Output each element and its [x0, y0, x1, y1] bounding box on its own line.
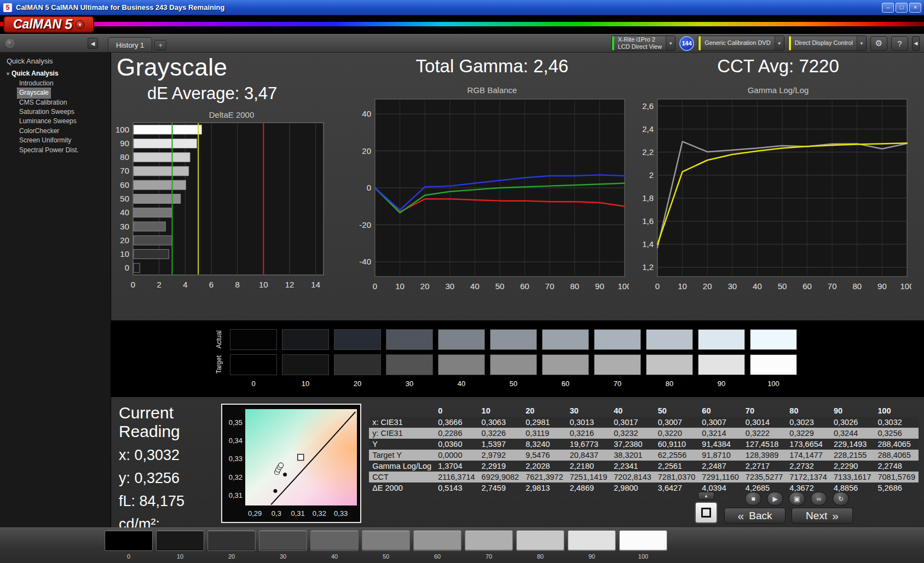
table-row-cct: CCT2116,37146929,90827621,39727251,14197… — [369, 472, 919, 482]
play-button[interactable]: ▶ — [767, 492, 783, 505]
tree-root-label: Quick Analysis — [11, 70, 59, 77]
svg-text:80: 80 — [570, 282, 579, 291]
pattern-swatch-button[interactable] — [310, 530, 359, 551]
sidebar-item-colorchecker[interactable]: ColorChecker — [18, 127, 61, 136]
close-button[interactable]: × — [909, 3, 921, 13]
calman-logo[interactable]: CalMAN 5 ▾ — [3, 16, 94, 33]
stop-button[interactable]: ■ — [745, 492, 761, 505]
source-selector[interactable]: Generic Calibration DVD ▼ — [698, 36, 784, 51]
svg-text:30: 30 — [445, 282, 454, 291]
repeat-button[interactable]: ↻ — [833, 492, 849, 505]
pattern-swatch-button[interactable] — [105, 530, 153, 551]
tree-collapse-icon[interactable]: ▾ — [7, 71, 9, 77]
sidebar-tree-root[interactable]: ▾Quick Analysis — [7, 70, 106, 77]
band-level-label: 90 — [698, 380, 745, 388]
pattern-swatch-button[interactable] — [516, 530, 564, 551]
band-level-label: 0 — [230, 380, 277, 388]
svg-text:1,8: 1,8 — [642, 193, 654, 203]
pattern-swatch-60[interactable]: 60 — [413, 530, 461, 560]
pattern-swatch-button[interactable] — [568, 530, 616, 551]
sidebar-item-screen-uniformity[interactable]: Screen Uniformity — [18, 136, 73, 145]
svg-text:2: 2 — [649, 170, 654, 180]
pattern-swatch-100[interactable]: 100 — [619, 530, 667, 560]
right-panel-collapse-button[interactable]: ◀ — [912, 36, 920, 51]
pattern-swatch-20[interactable]: 20 — [207, 530, 256, 560]
pattern-swatch-button[interactable] — [156, 530, 204, 551]
deltae-chart-title: DeltaE 2000 — [112, 110, 351, 119]
maximize-button[interactable]: □ — [896, 3, 908, 13]
table-row-gamma-log-log: Gamma Log/Log1,37042,29192,20282,21802,2… — [369, 461, 919, 472]
pattern-swatch-80[interactable]: 80 — [516, 530, 564, 560]
pattern-swatch-button[interactable] — [413, 530, 461, 551]
pattern-swatch-button[interactable] — [207, 530, 256, 551]
tab-history-1[interactable]: History 1 — [108, 37, 152, 52]
pattern-swatch-button[interactable] — [465, 530, 513, 551]
sidebar-item-cms-calibration[interactable]: CMS Calibration — [18, 98, 68, 107]
pattern-swatch-label: 90 — [588, 553, 595, 560]
deltae-chart: 024681012141009080706050403020100 — [112, 119, 351, 292]
single-measure-button[interactable]: ▣ — [789, 492, 805, 505]
charts-row: Grayscale dE Average: 3,47 DeltaE 2000 0… — [111, 53, 924, 320]
pattern-swatch-button[interactable] — [619, 530, 667, 551]
sidebar-item-spectral-power-dist-[interactable]: Spectral Power Dist. — [18, 146, 80, 155]
page-title: Grayscale — [117, 54, 351, 81]
pattern-swatch-button[interactable] — [362, 530, 410, 551]
back-button[interactable]: « Back — [724, 508, 786, 524]
source-dropdown-icon[interactable]: ▼ — [775, 36, 784, 50]
pattern-swatch-button[interactable] — [259, 530, 307, 551]
next-label: Next — [806, 510, 827, 522]
next-button[interactable]: Next » — [792, 508, 853, 524]
continuous-measure-button[interactable]: ∞ — [811, 492, 827, 505]
svg-text:90: 90 — [595, 282, 604, 291]
svg-text:8: 8 — [235, 280, 240, 289]
pattern-swatch-label: 80 — [537, 553, 544, 560]
panel-knob-button[interactable] — [5, 39, 14, 48]
svg-text:50: 50 — [120, 194, 129, 203]
pattern-swatch-30[interactable]: 30 — [259, 530, 307, 560]
table-col-100: 100 — [874, 405, 919, 417]
pattern-swatch-label: 70 — [486, 553, 492, 560]
svg-text:100: 100 — [617, 282, 629, 291]
pattern-swatch-10[interactable]: 10 — [156, 530, 204, 560]
svg-text:0,3: 0,3 — [272, 509, 281, 518]
rainbow-strip — [0, 22, 924, 26]
target-swatch-20 — [334, 354, 381, 375]
transport-buttons: ■▶▣∞↻ — [745, 492, 853, 505]
meter-selector[interactable]: X-Rite i1Pro 2 LCD Direct View ▼ — [611, 36, 676, 51]
svg-text:100: 100 — [116, 125, 129, 134]
pattern-swatch-0[interactable]: 0 — [105, 530, 153, 560]
band-level-label: 20 — [334, 380, 381, 388]
pattern-swatch-50[interactable]: 50 — [362, 530, 410, 560]
display-selector[interactable]: Direct Display Control ▼ — [788, 36, 867, 51]
sidebar-collapse-button[interactable]: ◀ — [88, 38, 98, 49]
add-tab-button[interactable]: + — [154, 40, 166, 50]
minimize-button[interactable]: – — [882, 3, 894, 13]
svg-text:2,6: 2,6 — [642, 101, 654, 111]
current-reading-panel: Current Reading x: 0,3032 y: 0,3256 fL: … — [119, 404, 213, 527]
sidebar-item-luminance-sweeps[interactable]: Luminance Sweeps — [18, 117, 78, 126]
help-button[interactable]: ? — [891, 36, 908, 51]
display-dropdown-icon[interactable]: ▼ — [857, 36, 866, 50]
sidebar-item-saturation-sweeps[interactable]: Saturation Sweeps — [18, 107, 76, 117]
meter-dropdown-icon[interactable]: ▼ — [666, 36, 675, 50]
sidebar-item-introduction[interactable]: Introduction — [18, 79, 55, 88]
pattern-swatch-40[interactable]: 40 — [310, 530, 359, 560]
svg-text:30: 30 — [727, 282, 737, 291]
pattern-window-icon — [701, 508, 711, 518]
sidebar-item-grayscale[interactable]: Grayscale — [18, 88, 50, 97]
settings-gear-button[interactable]: ⚙ — [870, 36, 887, 51]
pattern-window-button[interactable] — [695, 502, 718, 524]
svg-text:70: 70 — [545, 282, 555, 291]
next-icon: » — [832, 509, 839, 522]
logo-menu-icon[interactable]: ▾ — [76, 20, 84, 29]
app-icon: 5 — [3, 3, 12, 12]
reading-x: x: 0,3032 — [119, 447, 213, 464]
svg-text:4: 4 — [183, 280, 187, 289]
pattern-swatch-70[interactable]: 70 — [465, 530, 513, 560]
svg-text:0: 0 — [655, 282, 660, 291]
svg-text:40: 40 — [753, 282, 762, 291]
expand-button[interactable]: ▲ — [698, 492, 714, 500]
pattern-swatch-90[interactable]: 90 — [568, 530, 616, 560]
svg-text:20: 20 — [420, 282, 430, 291]
target-swatch-70 — [594, 354, 641, 375]
